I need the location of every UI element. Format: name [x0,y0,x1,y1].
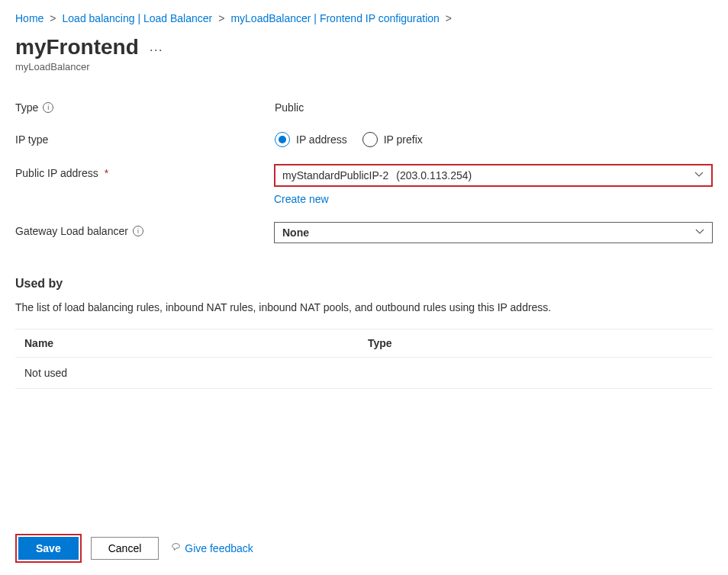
info-icon[interactable]: i [43,102,53,113]
chevron-down-icon [694,169,704,181]
breadcrumb-mylb-frontend[interactable]: myLoadBalancer | Frontend IP configurati… [230,12,439,24]
give-feedback-label: Give feedback [185,542,253,554]
chevron-right-icon: > [50,12,56,24]
gateway-lb-select[interactable]: None [274,222,713,243]
used-by-heading: Used by [15,277,713,291]
ip-type-radio-group: IP address IP prefix [275,130,713,147]
ip-prefix-radio[interactable]: IP prefix [362,132,423,147]
breadcrumb-load-balancing[interactable]: Load balancing | Load Balancer [63,12,213,24]
chevron-right-icon: > [446,12,452,24]
save-highlight: Save [15,534,82,563]
public-ip-select[interactable]: myStandardPublicIP-2 (203.0.113.254) [274,164,713,187]
public-ip-select-value: myStandardPublicIP-2 [282,169,388,181]
save-button[interactable]: Save [18,537,79,560]
info-icon[interactable]: i [133,226,143,236]
feedback-icon [171,542,182,555]
radio-checked-icon [275,132,290,147]
page-title: myFrontend [15,35,139,59]
chevron-right-icon: > [218,12,224,24]
ip-type-label: IP type [15,133,48,146]
breadcrumb-home[interactable]: Home [15,12,43,24]
create-new-link[interactable]: Create new [274,193,329,205]
used-by-description: The list of load balancing rules, inboun… [15,301,713,313]
type-label: Type [15,101,38,114]
cancel-button[interactable]: Cancel [91,537,159,560]
gateway-lb-label: Gateway Load balancer [15,225,128,237]
table-row: Not used [15,358,713,389]
ip-prefix-radio-label: IP prefix [384,133,423,146]
give-feedback-link[interactable]: Give feedback [171,542,253,555]
radio-unchecked-icon [362,132,378,147]
column-name-header: Name [24,337,368,349]
public-ip-label: Public IP address [15,167,98,179]
footer-actions: Save Cancel Give feedback [15,534,253,563]
ip-address-radio-label: IP address [296,133,347,146]
ip-address-radio[interactable]: IP address [275,132,347,147]
page-subtitle: myLoadBalancer [15,61,713,72]
required-asterisk: * [105,167,108,179]
breadcrumb: Home > Load balancing | Load Balancer > … [15,12,713,24]
gateway-lb-select-value: None [282,226,309,239]
table-cell-name: Not used [24,367,368,379]
chevron-down-icon [695,226,704,239]
more-icon[interactable]: ··· [150,42,163,58]
column-type-header: Type [368,337,392,349]
public-ip-select-address: (203.0.113.254) [396,169,472,181]
type-value: Public [275,98,713,114]
used-by-table-header: Name Type [15,329,713,358]
